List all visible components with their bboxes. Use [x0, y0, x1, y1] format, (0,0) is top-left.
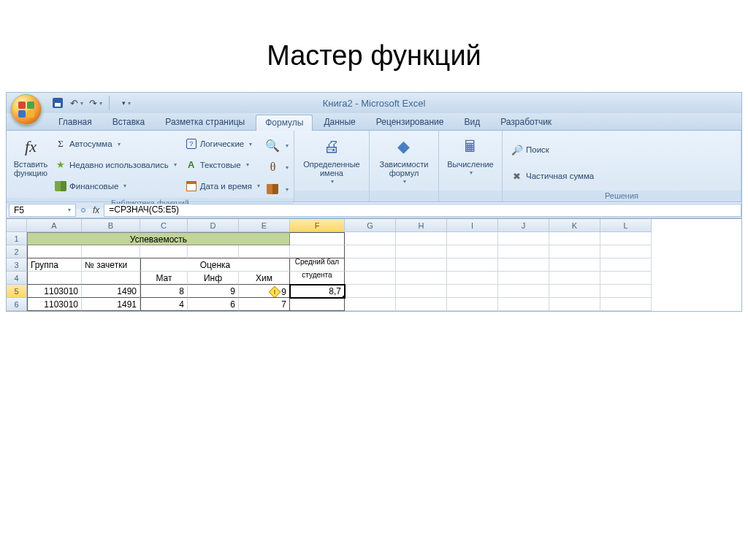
cell[interactable]: [498, 285, 549, 298]
cell[interactable]: [549, 298, 600, 311]
formula-input[interactable]: =СРЗНАЧ(C5:E5): [104, 204, 741, 217]
fill-handle[interactable]: [343, 296, 345, 298]
col-header-I[interactable]: I: [447, 219, 498, 232]
cell-inf[interactable]: 9: [188, 285, 239, 298]
cell-him[interactable]: 9: [239, 285, 290, 298]
tab-home[interactable]: Главная: [49, 114, 102, 130]
tab-formulas[interactable]: Формулы: [256, 115, 313, 131]
cell[interactable]: [447, 232, 498, 245]
cell[interactable]: [549, 285, 600, 298]
col-header-H[interactable]: H: [396, 219, 447, 232]
col-header-C[interactable]: C: [140, 219, 188, 232]
cell-avg[interactable]: [290, 298, 345, 311]
cell[interactable]: [498, 245, 549, 258]
datetime-button[interactable]: Дата и время: [184, 180, 262, 193]
qat-customize[interactable]: ▾: [119, 96, 134, 110]
math-trig-button[interactable]: θ: [263, 158, 290, 176]
cell[interactable]: [600, 298, 652, 311]
hdr-mat[interactable]: Мат: [140, 272, 188, 285]
fx-label[interactable]: fx: [88, 205, 104, 215]
col-header-L[interactable]: L: [600, 219, 652, 232]
cell[interactable]: [447, 285, 498, 298]
cell[interactable]: [396, 272, 447, 285]
redo-button[interactable]: ↷: [88, 96, 103, 110]
cell-group[interactable]: 1103010: [27, 285, 82, 298]
cell[interactable]: [345, 245, 396, 258]
cell-no[interactable]: 1491: [82, 298, 140, 311]
more-functions-button[interactable]: [263, 180, 290, 198]
tab-review[interactable]: Рецензирование: [367, 114, 454, 130]
cell[interactable]: [600, 258, 652, 272]
col-header-J[interactable]: J: [498, 219, 549, 232]
lookup-button[interactable]: 🔍: [263, 137, 290, 154]
formula-auditing-button[interactable]: ◆ Зависимости формул: [374, 132, 434, 191]
cell[interactable]: [447, 272, 498, 285]
cell[interactable]: [498, 232, 549, 245]
col-header-A[interactable]: A: [27, 219, 82, 232]
financial-button[interactable]: Финансовые: [53, 180, 178, 193]
cell[interactable]: [447, 298, 498, 311]
cell[interactable]: [396, 298, 447, 311]
logical-button[interactable]: Логические: [184, 137, 262, 150]
row-header[interactable]: 3: [7, 258, 27, 272]
col-header-D[interactable]: D: [188, 219, 239, 232]
cell-mat[interactable]: 4: [140, 298, 188, 311]
cell[interactable]: [498, 298, 549, 311]
col-header-E[interactable]: E: [239, 219, 290, 232]
cell[interactable]: [82, 245, 140, 258]
cell[interactable]: [549, 245, 600, 258]
hdr-inf[interactable]: Инф: [188, 272, 239, 285]
cell[interactable]: [396, 285, 447, 298]
col-header-B[interactable]: B: [82, 219, 140, 232]
cell[interactable]: студента: [290, 272, 345, 285]
col-header-K[interactable]: K: [549, 219, 600, 232]
cell[interactable]: [290, 232, 345, 245]
undo-button[interactable]: ↶: [69, 96, 84, 110]
col-header-F[interactable]: F: [290, 219, 345, 232]
cell[interactable]: [396, 232, 447, 245]
office-button[interactable]: [11, 94, 42, 125]
hdr-avg[interactable]: Средний бал: [290, 258, 345, 272]
cell[interactable]: [188, 245, 239, 258]
cell[interactable]: [549, 232, 600, 245]
cell[interactable]: [600, 245, 652, 258]
text-button[interactable]: AТекстовые: [184, 158, 262, 172]
autosum-button[interactable]: ΣАвтосумма: [53, 137, 178, 150]
cell-mat[interactable]: 8: [140, 285, 188, 298]
cell[interactable]: [447, 258, 498, 272]
insert-function-button[interactable]: fx Вставить функцию: [11, 132, 50, 198]
calculation-button[interactable]: 🖩 Вычисление: [443, 132, 497, 191]
cell[interactable]: [345, 232, 396, 245]
hdr-him[interactable]: Хим: [239, 272, 290, 285]
row-header[interactable]: 4: [7, 272, 27, 285]
tab-view[interactable]: Вид: [454, 114, 489, 130]
tab-page-layout[interactable]: Разметка страницы: [156, 114, 254, 130]
cell[interactable]: [345, 272, 396, 285]
cell[interactable]: [345, 258, 396, 272]
defined-names-button[interactable]: 🖨 Определенные имена: [299, 132, 365, 191]
cell-him[interactable]: 7: [239, 298, 290, 311]
hdr-grade[interactable]: Оценка: [140, 258, 290, 272]
cell[interactable]: [239, 245, 290, 258]
name-box[interactable]: F5 ▾: [9, 204, 76, 217]
cell[interactable]: [140, 245, 188, 258]
cell[interactable]: [498, 272, 549, 285]
tab-developer[interactable]: Разработчик: [491, 114, 561, 130]
cell[interactable]: [27, 272, 82, 285]
warning-icon[interactable]: [269, 286, 281, 298]
title-cell[interactable]: Успеваемость: [27, 232, 290, 245]
row-header[interactable]: 6: [7, 298, 27, 311]
cell[interactable]: [82, 272, 140, 285]
row-header[interactable]: 2: [7, 245, 27, 258]
cell[interactable]: [600, 232, 652, 245]
cell[interactable]: [600, 272, 652, 285]
cell[interactable]: [600, 285, 652, 298]
save-button[interactable]: [50, 96, 65, 110]
cell[interactable]: [447, 245, 498, 258]
cell[interactable]: [27, 245, 82, 258]
worksheet-grid[interactable]: ABCDEFGHIJKL 1Успеваемость23Группа№ заче…: [7, 218, 741, 311]
partial-sum-button[interactable]: ✖Частичная сумма: [510, 169, 595, 183]
cancel-icon[interactable]: [81, 208, 85, 212]
hdr-group[interactable]: Группа: [27, 258, 82, 272]
row-header[interactable]: 1: [7, 232, 27, 245]
